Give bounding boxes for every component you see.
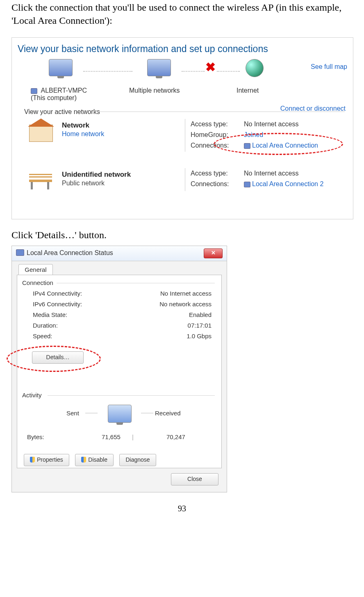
shield-icon [81,457,86,463]
pc-name: ALBERT-VMPC [41,87,87,94]
network1-values: No Internet access Joined Local Area Con… [244,121,318,153]
local-area-connection-2-link[interactable]: Local Area Connection 2 [244,180,323,191]
bytes-received: 70,247 [166,433,185,440]
network-name-1: Network [62,121,89,130]
shield-icon [30,457,35,463]
homegroup-link[interactable]: Joined [244,131,318,142]
pc-icon [49,59,73,76]
row-speed: Speed:1.0 Gbps [33,333,212,342]
multiple-networks-label: Multiple networks [129,87,180,94]
details-button[interactable]: Details… [32,351,84,364]
network1-keys: Access type: HomeGroup: Connections: [191,121,229,153]
page-number: 93 [11,504,353,513]
instruction-text-1: Click the connection that you'll be used… [11,1,353,27]
nic-icon-title [16,249,24,256]
access-type-2: No Internet access [244,170,323,180]
internet-icon [246,59,264,77]
nic-icon-2 [244,182,250,187]
row-ipv6: IPv6 Connectivity:No network access [33,301,212,310]
internet-label: Internet [237,87,259,94]
instruction-text-2: Click 'Details…' button. [11,228,353,242]
bytes-sent: 71,655 [102,433,121,440]
row-ipv4: IPv4 Connectivity:No Internet access [33,290,212,300]
network-name-2: Unidentified network [62,171,131,179]
network2-values: No Internet access Local Area Connection… [244,170,323,191]
house-icon [29,125,53,142]
connect-disconnect-link[interactable]: Connect or disconnect [280,105,346,112]
dialog-titlebar: Local Area Connection Status ✕ [12,246,227,261]
connection-status-dialog: Local Area Connection Status ✕ General C… [11,246,227,492]
networks-icon [147,59,171,76]
network-type-link-1[interactable]: Home network [62,130,104,138]
close-button[interactable]: Close [171,473,218,485]
pc-sub: (This computer) [31,94,77,102]
local-area-connection-link[interactable]: Local Area Connection [244,142,318,153]
properties-button[interactable]: Properties [24,454,69,466]
nic-icon [244,143,250,149]
see-full-map-link[interactable]: See full map [311,63,347,71]
network-card-home: Network Home network Access type: HomeGr… [28,119,344,160]
group-activity-label: Activity [22,392,42,399]
active-networks-label: View your active networks [24,108,100,116]
row-duration: Duration:07:17:01 [33,322,212,332]
panel-title: View your basic network information and … [18,43,268,55]
close-button-x[interactable]: ✕ [204,248,223,258]
network2-keys: Access type: Connections: [191,170,229,191]
network-sharing-center-screenshot: View your basic network information and … [11,37,353,219]
bytes-row: Bytes: 71,655 | 70,247 [27,433,212,440]
x-icon: ✖ [205,60,216,74]
pc-small-icon [31,88,37,94]
network-type-link-2[interactable]: Public network [62,180,105,187]
dialog-title: Local Area Connection Status [27,249,113,257]
received-label: Received [155,410,181,417]
network-card-public: Unidentified network Public network Acce… [28,168,344,209]
sent-label: Sent [66,410,79,417]
row-media: Media State:Enabled [33,311,212,321]
tab-general[interactable]: General [18,264,53,275]
bench-icon [28,172,53,190]
tab-panel: Connection IPv4 Connectivity:No Internet… [17,275,222,468]
diagnose-button[interactable]: Diagnose [119,454,156,466]
group-connection-label: Connection [22,279,53,286]
disable-button[interactable]: Disable [75,454,114,466]
activity-icon [99,405,140,429]
access-type-1: No Internet access [244,121,318,131]
